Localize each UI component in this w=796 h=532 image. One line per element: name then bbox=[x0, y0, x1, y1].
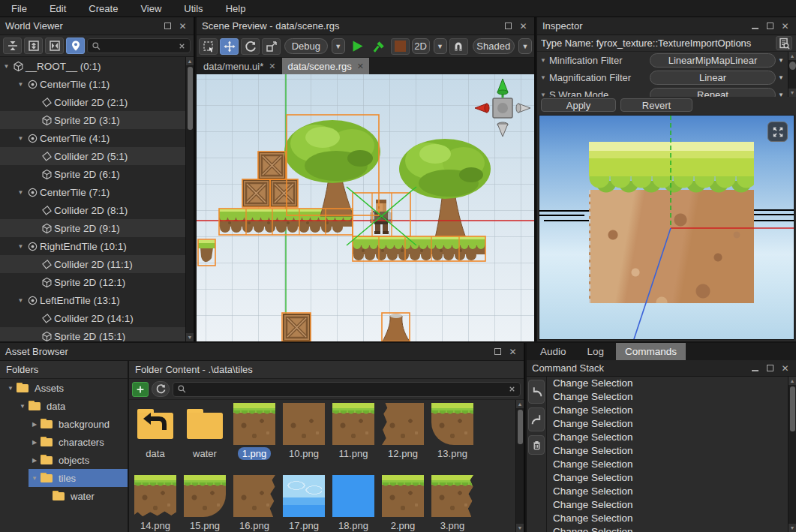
folder-tree-item-background[interactable]: ▶background bbox=[0, 415, 128, 433]
minimize-icon[interactable] bbox=[749, 20, 761, 32]
clear-search-icon[interactable] bbox=[508, 385, 516, 393]
chevron-down-icon[interactable]: ▼ bbox=[434, 38, 447, 54]
scene-tab[interactable]: data/menu.ui*✕ bbox=[198, 58, 281, 74]
folder-tree-item-characters[interactable]: ▶characters bbox=[0, 433, 128, 451]
texture-preview[interactable] bbox=[539, 115, 794, 340]
command-item[interactable]: Change Selection bbox=[547, 444, 788, 458]
expander-icon[interactable]: ▼ bbox=[6, 385, 15, 392]
maximize-icon[interactable] bbox=[503, 20, 514, 32]
expander-icon[interactable]: ▶ bbox=[30, 421, 39, 428]
maximize-icon[interactable] bbox=[492, 346, 503, 357]
expander-icon[interactable]: ▼ bbox=[18, 403, 27, 410]
scene-tab[interactable]: data/scene.rgs✕ bbox=[282, 58, 369, 74]
tree-node[interactable]: ▼RightEndTile (10:1) bbox=[0, 237, 185, 255]
property-value-dropdown[interactable]: Repeat bbox=[650, 88, 776, 97]
world-viewer-scrollbar[interactable]: ▲ ▼ bbox=[185, 57, 194, 341]
command-item[interactable]: Change Selection bbox=[547, 417, 788, 431]
chevron-down-icon[interactable]: ▼ bbox=[776, 74, 786, 81]
property-value-dropdown[interactable]: LinearMipMapLinear bbox=[650, 53, 776, 68]
command-item[interactable]: Change Selection bbox=[547, 404, 788, 417]
close-icon[interactable]: ✕ bbox=[518, 20, 529, 32]
asset-item[interactable]: 14.png bbox=[131, 473, 180, 532]
tree-node[interactable]: ▼CenterTile (4:1) bbox=[0, 129, 185, 147]
asset-item[interactable]: 10.png bbox=[279, 401, 329, 473]
build-button[interactable] bbox=[370, 38, 389, 55]
shading-dropdown[interactable]: Shaded bbox=[473, 38, 515, 54]
command-item[interactable]: Change Selection bbox=[547, 512, 788, 525]
expander-icon[interactable]: ▼ bbox=[30, 475, 39, 482]
expander-icon[interactable]: ▼ bbox=[16, 135, 26, 142]
command-item[interactable]: Change Selection bbox=[547, 377, 788, 390]
asset-item[interactable]: 12.png bbox=[378, 401, 428, 473]
grid-color-swatch[interactable] bbox=[391, 38, 410, 55]
chevron-down-icon[interactable]: ▼ bbox=[776, 92, 786, 97]
asset-item[interactable]: 16.png bbox=[230, 473, 279, 532]
asset-item[interactable]: 3.png bbox=[428, 473, 477, 532]
tree-node[interactable]: Sprite 2D (3:1) bbox=[0, 111, 185, 129]
tree-node[interactable]: Collider 2D (11:1) bbox=[0, 255, 185, 273]
tree-node[interactable]: ▼LeftEndTile (13:1) bbox=[0, 291, 185, 309]
console-tab-commands[interactable]: Commands bbox=[616, 343, 686, 360]
trash-icon[interactable] bbox=[528, 435, 545, 455]
scene-viewport[interactable] bbox=[197, 74, 534, 341]
rotate-tool-icon[interactable] bbox=[241, 38, 260, 55]
undo-icon[interactable] bbox=[528, 380, 545, 404]
folder-tree-item-water[interactable]: water bbox=[0, 487, 128, 505]
scene-object-platform-right[interactable] bbox=[353, 236, 485, 255]
redo-icon[interactable] bbox=[528, 407, 545, 431]
locate-selection-icon[interactable] bbox=[66, 38, 85, 54]
command-item[interactable]: Change Selection bbox=[547, 390, 788, 404]
menu-item-help[interactable]: Help bbox=[215, 0, 257, 17]
apply-button[interactable]: Apply bbox=[541, 98, 616, 112]
command-list-scrollbar[interactable]: ▲ ▼ bbox=[788, 377, 796, 532]
menu-item-utils[interactable]: Utils bbox=[173, 0, 214, 17]
asset-search-input[interactable] bbox=[173, 382, 521, 397]
tree-node[interactable]: ▼CenterTile (7:1) bbox=[0, 183, 185, 201]
expander-icon[interactable]: ▼ bbox=[16, 81, 26, 88]
collapse-selected-icon[interactable] bbox=[45, 38, 64, 54]
clear-search-icon[interactable] bbox=[178, 42, 186, 50]
property-value-dropdown[interactable]: Linear bbox=[650, 71, 776, 85]
command-item[interactable]: Change Selection bbox=[547, 431, 788, 444]
asset-item[interactable]: 2.png bbox=[378, 473, 428, 532]
folder-tree-item-data[interactable]: ▼data bbox=[0, 397, 128, 415]
maximize-icon[interactable] bbox=[764, 362, 776, 374]
preview-expand-icon[interactable] bbox=[767, 122, 788, 142]
chevron-down-icon[interactable]: ▼ bbox=[332, 38, 345, 54]
expand-all-icon[interactable] bbox=[24, 38, 43, 54]
tree-node[interactable]: Collider 2D (5:1) bbox=[0, 147, 185, 165]
expander-icon[interactable]: ▼ bbox=[540, 57, 549, 64]
asset-grid-scrollbar[interactable]: ▲ ▼ bbox=[515, 400, 524, 532]
minimize-icon[interactable] bbox=[749, 362, 761, 374]
command-item[interactable]: Change Selection bbox=[547, 471, 788, 485]
menu-item-create[interactable]: Create bbox=[77, 0, 129, 17]
expander-icon[interactable]: ▼ bbox=[540, 92, 549, 97]
tab-close-icon[interactable]: ✕ bbox=[357, 62, 364, 71]
menu-item-file[interactable]: File bbox=[0, 0, 38, 17]
command-item[interactable]: Change Selection bbox=[547, 498, 788, 512]
snap-magnet-icon[interactable] bbox=[449, 38, 468, 55]
close-icon[interactable]: ✕ bbox=[779, 362, 791, 374]
asset-item[interactable]: 1.png bbox=[230, 401, 279, 473]
debug-dropdown[interactable]: Debug bbox=[284, 38, 328, 54]
camera-mode-dropdown[interactable]: 2D bbox=[412, 38, 430, 54]
folder-tree-item-objects[interactable]: ▶objects bbox=[0, 451, 128, 469]
expander-icon[interactable]: ▶ bbox=[30, 457, 39, 464]
asset-item[interactable]: 18.png bbox=[329, 473, 378, 532]
asset-item[interactable]: data bbox=[131, 401, 180, 473]
expander-icon[interactable]: ▶ bbox=[30, 439, 39, 446]
asset-item[interactable]: 13.png bbox=[428, 401, 477, 473]
console-tab-log[interactable]: Log bbox=[578, 343, 614, 360]
folder-tree-item-tiles[interactable]: ▼tiles bbox=[0, 469, 128, 487]
maximize-icon[interactable] bbox=[764, 20, 776, 32]
console-tab-audio[interactable]: Audio bbox=[531, 343, 575, 360]
expander-icon[interactable]: ▼ bbox=[540, 74, 549, 81]
tree-node[interactable]: Collider 2D (14:1) bbox=[0, 309, 185, 327]
tree-node[interactable]: Collider 2D (8:1) bbox=[0, 201, 185, 219]
asset-item[interactable]: 17.png bbox=[279, 473, 329, 532]
expander-icon[interactable]: ▼ bbox=[16, 297, 26, 304]
tree-node[interactable]: Sprite 2D (15:1) bbox=[0, 327, 185, 341]
revert-button[interactable]: Revert bbox=[620, 98, 692, 112]
close-icon[interactable]: ✕ bbox=[177, 20, 188, 32]
close-icon[interactable]: ✕ bbox=[779, 20, 791, 32]
